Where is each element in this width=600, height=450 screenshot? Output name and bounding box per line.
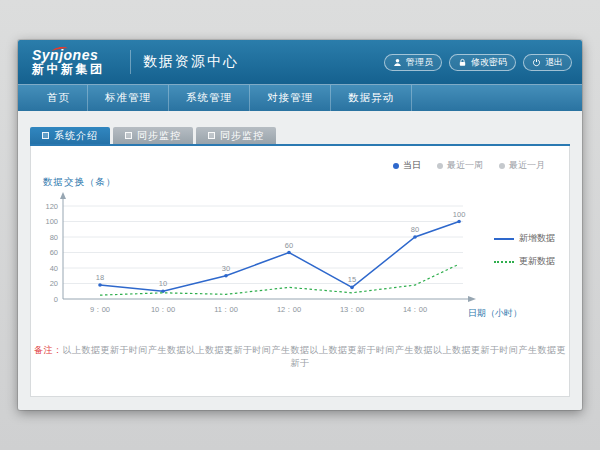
period-dot-icon <box>393 163 399 169</box>
data-point-label: 10 <box>159 279 167 288</box>
legend-series-label: 新增数据 <box>519 232 555 245</box>
data-point-label: 80 <box>411 225 419 234</box>
tab-sync-monitor-2[interactable]: 同步监控 <box>196 127 276 144</box>
x-axis-arrow-icon <box>468 296 476 302</box>
tab-icon <box>42 132 49 139</box>
data-point <box>457 220 461 224</box>
logo-text-cn: 新中新集团 <box>32 63 126 76</box>
series-legend: 新增数据更新数据 <box>494 232 555 268</box>
tab-bar: 系统介绍同步监控同步监控 <box>30 127 276 144</box>
period-label: 最近一周 <box>447 159 483 172</box>
footnote: 备注：以上数据更新于时间产生数据以上数据更新于时间产生数据以上数据更新于时间产生… <box>31 344 569 370</box>
tab-system-intro[interactable]: 系统介绍 <box>30 127 110 144</box>
header-actions: 管理员 修改密码 退出 <box>384 54 572 71</box>
period-filter-group: 当日最近一周最近一月 <box>393 159 545 172</box>
data-point <box>350 286 354 290</box>
tab-label: 同步监控 <box>137 129 181 143</box>
app-window: Synjones 新中新集团 数据资源中心 管理员 修改密码 <box>18 40 582 410</box>
legend-line-sample-icon <box>494 238 514 240</box>
tab-label: 系统介绍 <box>54 129 98 143</box>
logo-text-en: Synjones <box>32 48 126 63</box>
logout-label: 退出 <box>545 56 563 69</box>
y-tick-label: 40 <box>50 264 58 273</box>
x-tick-label: 14：00 <box>403 305 427 314</box>
app-header: Synjones 新中新集团 数据资源中心 管理员 修改密码 <box>18 40 582 84</box>
logo: Synjones 新中新集团 <box>28 48 126 77</box>
nav-home[interactable]: 首页 <box>30 85 88 111</box>
period-dot-icon <box>437 163 443 169</box>
series-line-new-data <box>100 222 459 292</box>
power-icon <box>532 58 541 67</box>
period-label: 最近一月 <box>509 159 545 172</box>
chart-area: 0204060801001209：0010：0011：0012：0013：001… <box>33 186 503 338</box>
tab-icon <box>125 132 132 139</box>
x-tick-label: 9：00 <box>90 305 110 314</box>
x-tick-label: 12：00 <box>277 305 301 314</box>
y-tick-label: 0 <box>54 295 58 304</box>
y-tick-label: 20 <box>50 279 58 288</box>
period-today[interactable]: 当日 <box>393 159 421 172</box>
change-password-label: 修改密码 <box>471 56 507 69</box>
data-point <box>224 274 228 278</box>
y-tick-label: 120 <box>45 202 58 211</box>
y-tick-label: 80 <box>50 233 58 242</box>
nav-system-mgmt[interactable]: 系统管理 <box>169 85 250 111</box>
period-last-week[interactable]: 最近一周 <box>437 159 483 172</box>
admin-user-button[interactable]: 管理员 <box>384 54 442 71</box>
page-title: 数据资源中心 <box>143 53 239 71</box>
x-tick-label: 10：00 <box>151 305 175 314</box>
legend-line-sample-icon <box>494 261 514 263</box>
data-point-label: 60 <box>285 241 293 250</box>
period-last-month[interactable]: 最近一月 <box>499 159 545 172</box>
nav-standard-mgmt[interactable]: 标准管理 <box>88 85 169 111</box>
data-point <box>287 251 291 255</box>
content-area: 系统介绍同步监控同步监控 当日最近一周最近一月 数据交换（条） 02040608… <box>18 111 582 410</box>
tab-sync-monitor-1[interactable]: 同步监控 <box>113 127 193 144</box>
legend-series-new-data: 新增数据 <box>494 232 555 245</box>
data-point-label: 18 <box>96 273 104 282</box>
desktop-background: Synjones 新中新集团 数据资源中心 管理员 修改密码 <box>0 0 600 450</box>
header-divider <box>130 50 131 74</box>
chart-panel: 当日最近一周最近一月 数据交换（条） 0204060801001209：0010… <box>30 146 570 397</box>
data-point <box>413 235 417 239</box>
change-password-button[interactable]: 修改密码 <box>449 54 516 71</box>
y-tick-label: 100 <box>45 217 58 226</box>
data-point-label: 100 <box>453 210 466 219</box>
tab-icon <box>208 132 215 139</box>
line-chart: 0204060801001209：0010：0011：0012：0013：001… <box>33 186 503 338</box>
legend-series-update-data: 更新数据 <box>494 255 555 268</box>
nav-data-change[interactable]: 数据异动 <box>331 85 412 111</box>
data-point-label: 15 <box>348 275 356 284</box>
user-icon <box>393 58 402 67</box>
period-label: 当日 <box>403 159 421 172</box>
period-dot-icon <box>499 163 505 169</box>
x-tick-label: 11：00 <box>214 305 238 314</box>
legend-series-label: 更新数据 <box>519 255 555 268</box>
main-nav: 首页标准管理系统管理对接管理数据异动 <box>18 84 582 111</box>
logout-button[interactable]: 退出 <box>523 54 572 71</box>
y-axis-arrow-icon <box>60 192 66 199</box>
x-axis-title: 日期（小时） <box>468 307 522 320</box>
data-point-label: 30 <box>222 264 230 273</box>
tab-label: 同步监控 <box>220 129 264 143</box>
y-tick-label: 60 <box>50 248 58 257</box>
data-point <box>98 283 102 287</box>
footnote-text: 以上数据更新于时间产生数据以上数据更新于时间产生数据以上数据更新于时间产生数据以… <box>63 345 567 368</box>
lock-icon <box>458 58 467 67</box>
nav-integration-mgmt[interactable]: 对接管理 <box>250 85 331 111</box>
footnote-label: 备注： <box>34 345 63 355</box>
admin-user-label: 管理员 <box>406 56 433 69</box>
x-tick-label: 13：00 <box>340 305 364 314</box>
